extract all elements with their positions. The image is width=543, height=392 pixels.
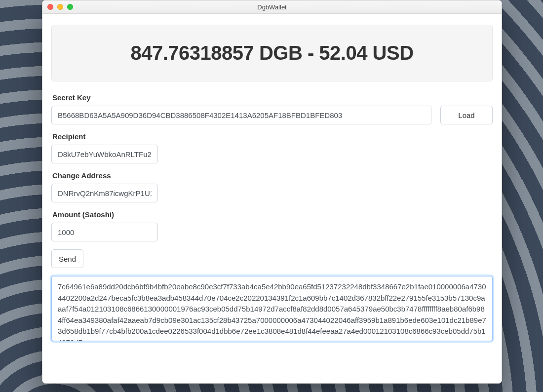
- zoom-icon[interactable]: [67, 4, 73, 10]
- app-window: DgbWallet 847.76318857 DGB - 52.04 USD S…: [42, 0, 502, 384]
- window-controls: [42, 4, 73, 10]
- balance-display: 847.76318857 DGB - 52.04 USD: [57, 42, 487, 64]
- secret-key-input[interactable]: [51, 106, 431, 124]
- recipient-label: Recipient: [52, 132, 493, 141]
- raw-transaction-output[interactable]: [51, 276, 493, 341]
- secret-key-label: Secret Key: [52, 93, 493, 102]
- titlebar[interactable]: DgbWallet: [42, 0, 502, 14]
- minimize-icon[interactable]: [57, 4, 63, 10]
- send-button[interactable]: Send: [51, 249, 83, 268]
- amount-input[interactable]: [51, 223, 158, 241]
- change-address-input[interactable]: [51, 184, 158, 202]
- window-title: DgbWallet: [42, 3, 502, 11]
- window-content: 847.76318857 DGB - 52.04 USD Secret Key …: [42, 14, 502, 384]
- load-button[interactable]: Load: [440, 106, 493, 124]
- balance-panel: 847.76318857 DGB - 52.04 USD: [51, 25, 493, 81]
- recipient-input[interactable]: [51, 145, 158, 163]
- change-address-label: Change Address: [52, 171, 493, 180]
- close-icon[interactable]: [47, 4, 53, 10]
- amount-label: Amount (Satoshi): [52, 210, 493, 219]
